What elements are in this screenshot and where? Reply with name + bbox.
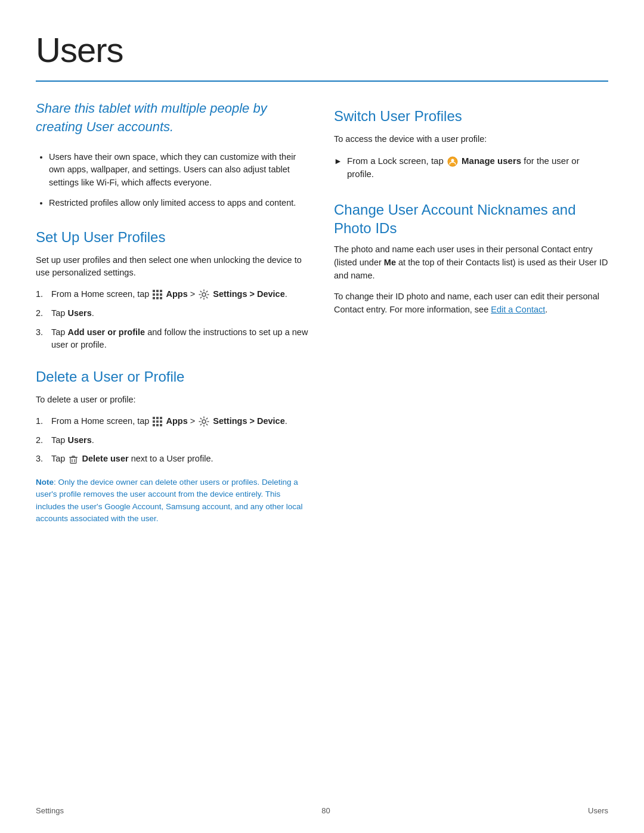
page-title: Users [36, 24, 608, 76]
svg-point-1 [202, 420, 206, 423]
footer-right: Users [588, 805, 608, 817]
delete-title: Delete a User or Profile [36, 366, 310, 388]
edit-contact-link[interactable]: Edit a Contact [491, 305, 545, 314]
note-label: Note [36, 478, 54, 487]
delete-note: Note: Only the device owner can delete o… [36, 476, 310, 525]
svg-rect-2 [70, 457, 76, 463]
delete-step-3: 3. Tap Delete user [36, 453, 310, 466]
svg-point-0 [202, 293, 206, 296]
setup-steps: 1. From a Home screen, tap Apps > [36, 288, 310, 352]
delete-intro: To delete a user or profile: [36, 394, 310, 407]
delete-section: Delete a User or Profile To delete a use… [36, 366, 310, 525]
change-para2: To change their ID photo and name, each … [334, 290, 608, 317]
trash-icon [69, 455, 78, 465]
bullet-item-1: Users have their own space, which they c… [49, 151, 310, 190]
arrow-icon: ► [334, 155, 342, 168]
apps-icon-2 [153, 417, 162, 426]
change-section: Change User Account Nicknames and Photo … [334, 200, 608, 317]
switch-title: Switch User Profiles [334, 106, 608, 127]
change-title: Change User Account Nicknames and Photo … [334, 200, 608, 237]
setup-section: Set Up User Profiles Set up user profile… [36, 227, 310, 352]
footer-center: 80 [321, 805, 330, 817]
apps-icon-1 [153, 290, 162, 299]
delete-steps: 1. From a Home screen, tap Apps > [36, 415, 310, 466]
setup-step-1: 1. From a Home screen, tap Apps > [36, 288, 310, 301]
manage-users-icon [447, 156, 458, 167]
note-text: : Only the device owner can delete other… [36, 478, 303, 523]
intro-text: Share this tablet with multiple people b… [36, 100, 310, 137]
switch-section: Switch User Profiles To access the devic… [334, 106, 608, 181]
delete-step-1: 1. From a Home screen, tap Apps > [36, 415, 310, 428]
setup-step-2: 2. Tap Users. [36, 307, 310, 320]
change-para1: The photo and name each user uses in the… [334, 243, 608, 282]
left-column: Share this tablet with multiple people b… [36, 100, 310, 525]
page-footer: Settings 80 Users [36, 805, 608, 817]
setup-title: Set Up User Profiles [36, 227, 310, 248]
setup-intro: Set up user profiles and then select one… [36, 254, 310, 280]
setup-step-3: 3. Tap Add user or profile and follow th… [36, 326, 310, 352]
intro-bullet-list: Users have their own space, which they c… [36, 151, 310, 210]
right-column: Switch User Profiles To access the devic… [334, 100, 608, 525]
switch-bullet: ► From a Lock screen, tap Manage users f… [334, 154, 608, 181]
footer-left: Settings [36, 805, 64, 817]
switch-intro: To access the device with a user profile… [334, 133, 608, 146]
switch-bullet-text: From a Lock screen, tap Manage users for… [347, 154, 608, 181]
settings-icon-1 [199, 289, 209, 300]
title-divider [36, 80, 608, 82]
settings-icon-2 [199, 416, 209, 427]
bullet-item-2: Restricted profiles allow only limited a… [49, 197, 310, 210]
svg-point-6 [451, 159, 454, 162]
delete-step-2: 2. Tap Users. [36, 434, 310, 447]
